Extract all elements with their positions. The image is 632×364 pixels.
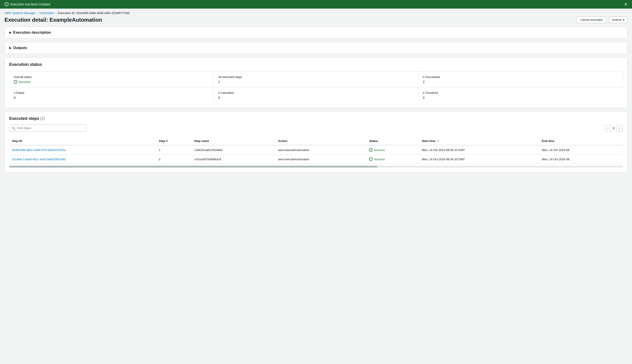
overall-status-text: Success [19,80,31,84]
cancel-execution-button[interactable]: Cancel execution [576,16,607,23]
actions-button[interactable]: Actions ▾ [609,16,627,23]
execution-description-label: Execution description [13,30,51,34]
notification-bar: ✓ Execution has been initiated. ✕ [0,0,632,8]
cell-end-time: Mon, 14 Oct 2024 08: [539,155,623,164]
cell-step-id: 60391089-ddb2-43dd-97f4-0af4312f181a [9,145,156,155]
search-icon: 🔍 [12,126,15,130]
steps-title: Executed steps [9,116,39,121]
breadcrumb-sep-1: › [37,11,38,15]
steps-table-container: Step ID Step # Step name Action Status S… [9,135,623,168]
col-end-time: End time [539,137,623,145]
succeeded-value: 2 [423,80,618,84]
failed-value: 0 [14,96,209,100]
notification-close-button[interactable]: ✕ [624,2,627,6]
outputs-panel: ▶ Outputs [5,42,627,54]
overall-status-value: ✓ Success [14,80,209,84]
execution-status-panel: Execution status Overall status ✓ Succes… [5,58,627,108]
col-step-num: Step # [156,137,191,145]
succeeded-label: # Succeeded [423,75,618,79]
cell-step-num: 2 [156,155,191,164]
page-title: Execution detail: ExampleAutomation [5,17,102,23]
table-scrollbar-thumb [9,166,377,168]
success-notification-icon: ✓ [5,2,9,6]
step-id-link[interactable]: 60391089-ddb2-43dd-97f4-0af4312f181a [12,148,66,152]
cell-action: aws:executeAutomation [276,155,366,164]
execution-description-arrow: ▶ [9,31,11,34]
status-icon: ✓ [369,148,373,152]
cancelled-cell: # Cancelled 0 [214,87,418,103]
col-start-time[interactable]: Start time ▼ [419,137,539,145]
table-scrollbar[interactable] [9,166,623,168]
main-content: ▶ Execution description ▶ Outputs Execut… [0,27,632,177]
table-row: f31db8c7-6bed-45c1-bef3-5e8b19976afb 2 i… [9,155,623,164]
notification-message: Execution has been initiated. [11,2,51,6]
timedout-value: 0 [423,96,618,100]
cell-step-num: 1 [156,145,191,155]
outputs-header[interactable]: ▶ Outputs [5,42,627,54]
breadcrumb-execution-id: Execution ID: 51bc69f4-2b8e-4b06-a09c-62… [58,11,130,15]
overall-status-icon: ✓ [14,80,18,84]
header-actions: Cancel execution Actions ▾ [576,16,627,23]
all-executed-steps-cell: All executed steps 2 [214,72,418,87]
timedout-cell: # TimedOut 0 [418,87,623,103]
status-text: Success [374,148,385,152]
breadcrumb-sep-2: › [56,11,57,15]
cell-start-time: Mon, 14 Oct 2024 08:34:25 GMT [419,155,539,164]
start-time-sort-icon: ▼ [437,140,439,142]
page-header: Execution detail: ExampleAutomation Canc… [0,16,632,27]
actions-chevron-icon: ▾ [623,18,624,22]
execution-description-panel: ▶ Execution description [5,27,627,38]
breadcrumb-automation[interactable]: Automation [39,11,54,15]
steps-pagination: ‹ 1 › [605,125,623,131]
execution-status-grid: Overall status ✓ Success All executed st… [9,72,623,103]
timedout-label: # TimedOut [423,91,618,94]
execution-description-header[interactable]: ▶ Execution description [5,27,627,38]
failed-label: # Failed [14,91,209,94]
succeeded-cell: # Succeeded 2 [418,72,623,87]
table-row: 60391089-ddb2-43dd-97f4-0af4312f181a 1 i… [9,145,623,155]
cell-step-name: i-0141ef37b3fefb3c9 [191,155,276,164]
status-text: Success [374,158,385,161]
cell-step-name: i-04816cabf11914bb4 [191,145,276,155]
steps-search-box: 🔍 [9,124,86,132]
steps-title-group: Executed steps (2) [9,116,45,121]
pagination-page: 1 [613,126,614,130]
pagination-next-button[interactable]: › [616,125,623,131]
outputs-arrow: ▶ [9,46,11,50]
executed-steps-panel: Executed steps (2) 🔍 ‹ 1 › Step ID Step … [5,112,627,172]
all-executed-steps-value: 2 [218,80,413,84]
breadcrumb-aws-systems-manager[interactable]: AWS Systems Manager [5,11,36,15]
cancelled-label: # Cancelled [218,91,413,94]
cell-action: aws:executeAutomation [276,145,366,155]
failed-cell: # Failed 0 [9,87,214,103]
status-icon: ✓ [369,157,373,161]
steps-count: (2) [40,116,45,121]
col-action: Action [276,137,366,145]
breadcrumb: AWS Systems Manager › Automation › Execu… [0,8,632,16]
overall-status-cell: Overall status ✓ Success [9,72,214,87]
cancelled-value: 0 [218,96,413,100]
steps-header: Executed steps (2) [9,116,623,121]
execution-status-title: Execution status [9,62,623,67]
steps-table-header-row: Step ID Step # Step name Action Status S… [9,137,623,145]
overall-status-label: Overall status [14,75,209,79]
step-id-link[interactable]: f31db8c7-6bed-45c1-bef3-5e8b19976afb [12,158,65,161]
steps-table: Step ID Step # Step name Action Status S… [9,137,623,164]
all-executed-steps-label: All executed steps [218,75,413,79]
steps-search-input[interactable] [9,124,86,132]
outputs-label: Outputs [13,46,27,50]
col-step-name: Step name [191,137,276,145]
col-status: Status [366,137,419,145]
cell-start-time: Mon, 14 Oct 2024 08:34:10 GMT [419,145,539,155]
col-step-id: Step ID [9,137,156,145]
cell-step-id: f31db8c7-6bed-45c1-bef3-5e8b19976afb [9,155,156,164]
cell-status: ✓ Success [366,155,419,164]
cell-end-time: Mon, 14 Oct 2024 08: [539,145,623,155]
cell-status: ✓ Success [366,145,419,155]
pagination-prev-button[interactable]: ‹ [605,125,611,131]
